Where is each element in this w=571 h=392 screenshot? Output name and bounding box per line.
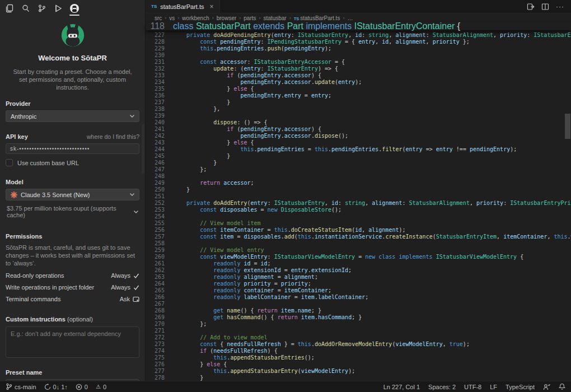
more-actions-icon[interactable]: ··· xyxy=(556,3,564,11)
code-line[interactable]: 228 const pendingEntry: IPendingStatusba… xyxy=(146,39,571,45)
code-line[interactable]: 275 this.appendStatusbarEntries(); xyxy=(146,354,571,361)
code-line[interactable]: 260 const viewModelEntry: IStatusbarView… xyxy=(146,254,571,260)
cursor-position[interactable]: Ln 227, Col 1 xyxy=(383,384,420,390)
sotapr-extension-icon[interactable] xyxy=(68,2,81,15)
code-line[interactable]: 261 readonly id = id; xyxy=(146,260,571,267)
model-select[interactable]: Claude 3.5 Sonnet (New) xyxy=(6,189,139,200)
breadcrumb-item[interactable]: … xyxy=(347,15,353,21)
errors-indicator[interactable]: 0 xyxy=(76,384,88,390)
editor: TS statusBarPart.ts × ··· src›vs›workben… xyxy=(146,0,571,381)
code-line[interactable]: 262 readonly extensionId = entry.extensi… xyxy=(146,267,571,274)
code-line[interactable]: 232 update: (entry: IStatusbarEntry) => … xyxy=(146,66,571,72)
model-price-row[interactable]: $3.75 per million tokens ouput (supports… xyxy=(6,205,139,218)
custom-instructions-textarea[interactable]: E.g.: don’t add any external dependency xyxy=(6,326,139,358)
code-line[interactable]: 272 // Add to view model xyxy=(146,334,571,341)
open-changes-icon[interactable] xyxy=(527,3,535,11)
code-line[interactable]: 231 const accessor: IStatusbarEntryAcces… xyxy=(146,59,571,66)
code-line[interactable]: 246 } xyxy=(146,160,571,166)
code-line[interactable]: 237 } xyxy=(146,99,571,106)
code-line[interactable]: 270 }; xyxy=(146,321,571,328)
code-line[interactable]: 235 } else { xyxy=(146,86,571,92)
code-line[interactable]: 238 }, xyxy=(146,106,571,113)
tab-statusbarpart[interactable]: TS statusBarPart.ts × xyxy=(146,0,220,13)
typescript-file-icon: TS xyxy=(151,4,157,9)
code-line[interactable]: 247 }; xyxy=(146,166,571,173)
breadcrumb-item[interactable]: workbench xyxy=(182,15,209,21)
git-branch-indicator[interactable]: cs-main xyxy=(6,383,36,390)
sticky-scroll-line[interactable]: 118class StatusbarPart extends Part impl… xyxy=(146,22,571,30)
code-line[interactable]: 118class StatusbarPart extends Part impl… xyxy=(146,23,571,30)
code-line[interactable]: 266 readonly labelContainer = item.label… xyxy=(146,294,571,301)
code-line[interactable]: 276 } else { xyxy=(146,361,571,368)
provider-select[interactable]: Anthropic xyxy=(6,110,139,122)
code-line[interactable]: 251 xyxy=(146,193,571,200)
code-area[interactable]: 227 private doAddPendingEntry(entry: ISt… xyxy=(146,32,571,381)
code-line[interactable]: 264 readonly priority = priority; xyxy=(146,281,571,287)
code-line[interactable]: 234 pendingEntry.accessor.update(entry); xyxy=(146,79,571,86)
permission-row-terminal[interactable]: Terminal commands Ask xyxy=(6,296,139,302)
code-line[interactable]: 263 readonly alignment = alignment; xyxy=(146,274,571,281)
code-line[interactable]: 269 get hasCommand() { return item.hasCo… xyxy=(146,314,571,321)
code-line[interactable]: 273 const { needsFullRefresh } = this.do… xyxy=(146,341,571,348)
code-line[interactable]: 241 if (pendingEntry.accessor) { xyxy=(146,126,571,133)
code-line[interactable]: 268 get name() { return item.name; } xyxy=(146,307,571,314)
preset-name-input[interactable]: Claude 3.5 Sonnet (New) xyxy=(6,379,139,381)
warnings-indicator[interactable]: ⚠ 0 xyxy=(96,384,106,390)
code-line[interactable]: 242 pendingEntry.accessor.dispose(); xyxy=(146,133,571,139)
code-line[interactable]: 267 xyxy=(146,301,571,307)
feedback-icon[interactable] xyxy=(543,384,550,390)
code-line[interactable]: 252 private doAddEntry(entry: IStatusbar… xyxy=(146,200,571,207)
code-line[interactable]: 227 private doAddPendingEntry(entry: ISt… xyxy=(146,32,571,39)
source-control-icon[interactable] xyxy=(36,2,48,15)
indentation-indicator[interactable]: Spaces: 2 xyxy=(428,384,456,390)
breadcrumb-item[interactable]: parts xyxy=(244,15,256,21)
code-line[interactable]: 265 readonly container = itemContainer; xyxy=(146,287,571,294)
code-line[interactable]: 243 } else { xyxy=(146,139,571,146)
close-icon[interactable]: × xyxy=(210,3,214,11)
files-icon[interactable] xyxy=(3,2,16,15)
encoding-indicator[interactable]: UTF-8 xyxy=(464,384,481,390)
code-line[interactable]: 245 } xyxy=(146,153,571,160)
split-editor-icon[interactable] xyxy=(541,3,549,11)
code-line[interactable]: 255 // View model item xyxy=(146,220,571,227)
code-line[interactable]: 259 // View model entry xyxy=(146,247,571,254)
code-line[interactable]: 253 const disposables = new DisposableSt… xyxy=(146,207,571,213)
search-icon[interactable] xyxy=(20,2,32,15)
code-line[interactable]: 240 dispose: () => { xyxy=(146,119,571,126)
code-line[interactable]: 244 this.pendingEntries = this.pendingEn… xyxy=(146,146,571,153)
breadcrumb-item[interactable]: vs xyxy=(169,15,175,21)
permission-row-write[interactable]: Write operations in project folder Alway… xyxy=(6,284,139,291)
code-line[interactable]: 277 this.appendStatusbarEntry(viewModelE… xyxy=(146,368,571,375)
code-line[interactable]: 250 } xyxy=(146,186,571,193)
code-line[interactable]: 257 const item = disposables.add(this.in… xyxy=(146,234,571,240)
sync-indicator[interactable]: 0↓ 1↑ xyxy=(44,384,68,390)
checkbox-icon[interactable] xyxy=(6,159,13,166)
debug-icon[interactable] xyxy=(52,2,64,15)
code-line[interactable]: 256 const itemContainer = this.doCreateS… xyxy=(146,227,571,234)
breadcrumb-item[interactable]: TSstatusBarPart.ts xyxy=(294,15,340,21)
code-line[interactable]: 254 xyxy=(146,213,571,220)
breadcrumb-item[interactable]: src xyxy=(155,15,162,21)
sidebar-scrollbar[interactable] xyxy=(142,124,144,174)
eol-indicator[interactable]: LF xyxy=(490,384,497,390)
code-line[interactable]: 274 if (needsFullRefresh) { xyxy=(146,348,571,354)
breadcrumb-item[interactable]: browser xyxy=(217,15,237,21)
code-line[interactable]: 248 xyxy=(146,173,571,180)
base-url-checkbox-row[interactable]: Use custom base URL xyxy=(6,159,139,166)
code-line[interactable]: 236 pendingEntry.entry = entry; xyxy=(146,92,571,99)
editor-scrollbar[interactable] xyxy=(565,114,570,139)
code-line[interactable]: 239 xyxy=(146,113,571,119)
code-line[interactable]: 249 return accessor; xyxy=(146,180,571,186)
code-line[interactable]: 258 xyxy=(146,240,571,247)
language-indicator[interactable]: TypeScript xyxy=(506,384,535,390)
breadcrumb-item[interactable]: statusbar xyxy=(264,15,287,21)
code-line[interactable]: 271 xyxy=(146,328,571,334)
permission-row-readonly[interactable]: Read-only operations Always xyxy=(6,272,139,279)
api-key-input[interactable]: sk-•••••••••••••••••••••••••••• xyxy=(6,143,139,154)
api-key-help-link[interactable]: where do I find this? xyxy=(87,133,139,140)
code-line[interactable]: 229 this.pendingEntries.push(pendingEntr… xyxy=(146,45,571,52)
code-line[interactable]: 278 } xyxy=(146,375,571,381)
code-line[interactable]: 233 if (pendingEntry.accessor) { xyxy=(146,72,571,79)
notifications-bell-icon[interactable] xyxy=(559,383,565,390)
code-line[interactable]: 230 xyxy=(146,52,571,59)
